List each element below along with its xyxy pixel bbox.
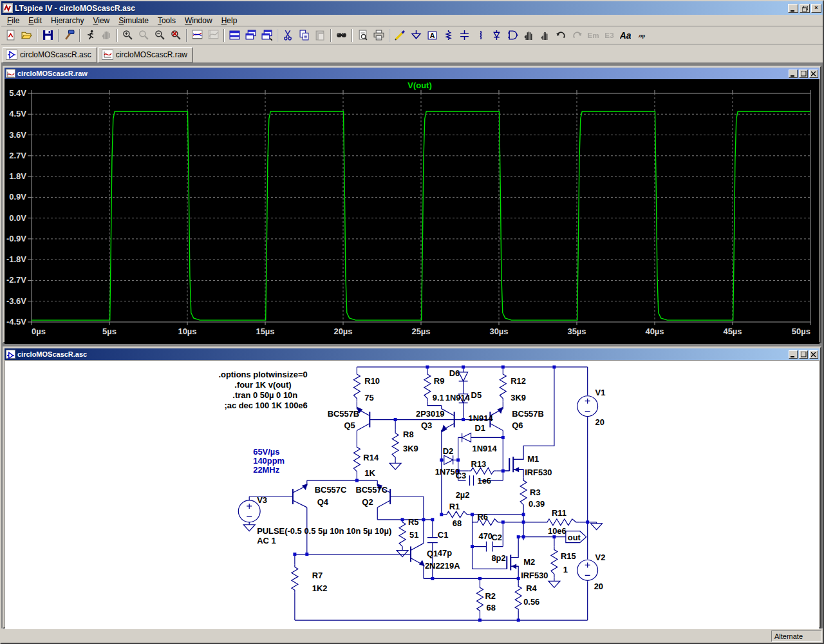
- zoom-back-icon[interactable]: [136, 28, 152, 43]
- zoom-in-icon[interactable]: [120, 28, 136, 43]
- tab-waveform[interactable]: circloMOScascR.raw: [98, 47, 193, 62]
- ground-icon[interactable]: [408, 28, 424, 43]
- toolbar-separator: [37, 29, 38, 42]
- junction-dot: [552, 535, 556, 538]
- junction-dot: [355, 479, 359, 482]
- menu-view[interactable]: View: [88, 15, 114, 26]
- print-preview-icon[interactable]: [355, 28, 371, 43]
- schematic-canvas[interactable]: .options plotwinsize=0 .four 1K v(out) .…: [5, 360, 819, 629]
- plot-settings-icon[interactable]: [189, 28, 205, 43]
- toolbar-separator: [58, 29, 59, 42]
- waveform-titlebar[interactable]: circloMOScascR.raw: [5, 68, 819, 79]
- text-icon[interactable]: Aa: [617, 28, 633, 43]
- value: 10e6: [548, 526, 566, 536]
- schem-maximize-button[interactable]: [799, 350, 808, 359]
- spice-directive: ;ac dec 100 1K 100e6: [224, 401, 307, 410]
- svg-text:Em: Em: [588, 31, 599, 39]
- value: 1K: [364, 468, 375, 478]
- menu-help[interactable]: Help: [217, 15, 242, 26]
- component-icon[interactable]: [505, 28, 521, 43]
- paste-icon[interactable]: [312, 28, 328, 43]
- menu-bar[interactable]: FileEditHierarchyViewSimulateToolsWindow…: [1, 15, 823, 26]
- x-tick-label: 50µs: [792, 327, 810, 336]
- schem-minimize-button[interactable]: [789, 350, 798, 359]
- halt-icon[interactable]: [98, 28, 115, 43]
- tab-schematic[interactable]: circloMOScascR.asc: [3, 47, 97, 62]
- toolbar-separator: [389, 29, 390, 42]
- junction-dot: [394, 418, 397, 421]
- spice-directive: .tran 0 50µ 0 10n: [232, 390, 297, 400]
- ref: R2: [485, 591, 496, 601]
- draw-wire-icon[interactable]: [392, 28, 408, 43]
- menu-simulate[interactable]: Simulate: [114, 15, 153, 26]
- schem-close-button[interactable]: [809, 350, 818, 359]
- junction-dot: [501, 365, 505, 368]
- rotate-icon[interactable]: E3: [601, 28, 617, 43]
- y-tick-label: 0.0V: [9, 213, 26, 223]
- spice-directive-icon[interactable]: .op: [633, 28, 650, 43]
- restore-button[interactable]: [800, 4, 810, 13]
- net-label-icon[interactable]: A: [424, 28, 440, 43]
- arrange-windows-icon[interactable]: [259, 28, 275, 43]
- value: 2P3019: [416, 409, 445, 419]
- drag-icon[interactable]: [537, 28, 553, 43]
- find-icon[interactable]: [333, 28, 350, 43]
- copy-icon[interactable]: [296, 28, 312, 43]
- junction-dot: [517, 577, 520, 580]
- capacitor-icon[interactable]: [456, 28, 473, 43]
- ref: Q4: [317, 497, 329, 507]
- wave-maximize-button[interactable]: [799, 70, 808, 78]
- x-tick-label: 40µs: [645, 327, 664, 336]
- ref: R9: [434, 376, 445, 386]
- print-icon[interactable]: [371, 28, 387, 43]
- menu-edit[interactable]: Edit: [24, 15, 46, 26]
- ref: Q5: [344, 421, 355, 430]
- undo-icon[interactable]: [553, 28, 569, 43]
- value: BC557C: [355, 485, 388, 495]
- value: IRF530: [521, 571, 548, 580]
- ref: R11: [552, 508, 566, 518]
- control-panel-icon[interactable]: [61, 28, 77, 43]
- menu-tools[interactable]: Tools: [153, 15, 180, 26]
- open-icon[interactable]: [19, 28, 35, 43]
- menu-window[interactable]: Window: [180, 15, 217, 26]
- diode-icon[interactable]: [489, 28, 505, 43]
- minimize-button[interactable]: [788, 4, 798, 13]
- inductor-icon[interactable]: [473, 28, 489, 43]
- ref: M1: [527, 454, 539, 464]
- value: IRF530: [525, 468, 552, 477]
- save-icon[interactable]: [40, 28, 56, 43]
- close-button[interactable]: ×: [811, 4, 821, 13]
- tile-windows-icon[interactable]: [227, 28, 243, 43]
- y-tick-label: -1.8V: [6, 254, 26, 264]
- wave-minimize-button[interactable]: [789, 70, 798, 78]
- ref: R8: [403, 430, 414, 439]
- new-schematic-icon[interactable]: [3, 28, 19, 43]
- wave-close-button[interactable]: [809, 70, 818, 78]
- toolbar-separator: [277, 29, 278, 42]
- resistor-icon[interactable]: [440, 28, 456, 43]
- menu-hierarchy[interactable]: Hierarchy: [46, 15, 88, 26]
- move-icon[interactable]: [521, 28, 537, 43]
- junction-dot: [431, 577, 434, 580]
- cascade-windows-icon[interactable]: [243, 28, 259, 43]
- cut-icon[interactable]: [280, 28, 296, 43]
- schematic-titlebar[interactable]: circloMOScascR.asc: [5, 348, 819, 360]
- source-value: PULSE(-0.5 0.5 5µ 10n 10n 5µ 10µ): [257, 526, 391, 536]
- value: BC557B: [328, 409, 360, 419]
- x-tick-label: 20µs: [333, 327, 352, 336]
- out-port-label: out: [568, 533, 581, 542]
- menu-file[interactable]: File: [3, 15, 24, 26]
- toolbar: A Em E3 Aa .op: [1, 26, 823, 44]
- waveform-plot[interactable]: V(out) 0µs5µs10µs15µs20µs25µs30µs35µs40µ…: [5, 79, 819, 344]
- waveform-window-icon: [6, 69, 15, 78]
- zoom-full-extents-icon[interactable]: [168, 28, 184, 43]
- mirror-icon[interactable]: Em: [585, 28, 601, 43]
- autorange-icon[interactable]: [205, 28, 221, 43]
- redo-icon[interactable]: [569, 28, 585, 43]
- zoom-out-icon[interactable]: [152, 28, 168, 43]
- run-icon[interactable]: [82, 28, 98, 43]
- value: 1N914: [445, 393, 471, 402]
- title-bar[interactable]: LTspice IV - circloMOScascR.asc ×: [1, 1, 823, 15]
- x-tick-label: 30µs: [489, 327, 508, 336]
